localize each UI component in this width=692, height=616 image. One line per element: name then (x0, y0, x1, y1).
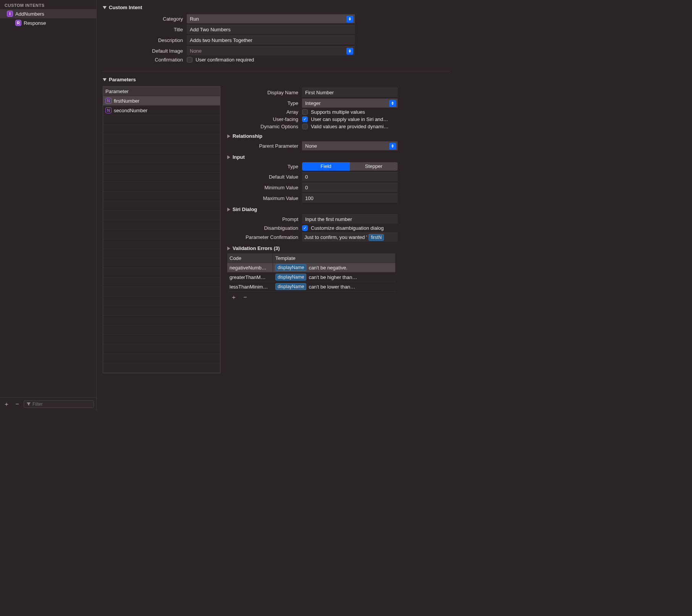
ve-template-cell: displayName can't be negative. (273, 263, 395, 272)
validation-errors-toolbar: ＋ − (227, 292, 395, 303)
add-validation-error-button[interactable]: ＋ (230, 293, 238, 302)
title-input[interactable] (187, 25, 355, 34)
parameter-row-empty[interactable] (103, 354, 220, 363)
parameters-header[interactable]: Parameters (103, 77, 450, 82)
parameter-row-empty[interactable] (103, 230, 220, 239)
add-button[interactable]: ＋ (2, 400, 11, 408)
parameter-row-empty[interactable] (103, 153, 220, 163)
remove-validation-error-button[interactable]: − (241, 293, 249, 302)
array-label: Array (227, 109, 298, 115)
display-name-label: Display Name (227, 90, 298, 95)
parameter-row-empty[interactable] (103, 316, 220, 325)
select-arrows-icon (346, 16, 353, 23)
relationship-subheader[interactable]: Relationship (227, 133, 450, 139)
custom-intent-section: Custom Intent Category Run Title Descrip… (103, 3, 450, 71)
input-type-label: Type (227, 164, 298, 169)
category-select[interactable]: Run (187, 14, 355, 23)
parameter-row[interactable]: N secondNumber (103, 106, 220, 115)
display-name-input[interactable] (302, 88, 398, 97)
minimum-value-input[interactable] (302, 183, 398, 192)
dynamic-options-checkbox[interactable] (302, 124, 308, 129)
sidebar-header: CUSTOM INTENTS (0, 0, 96, 9)
ve-template-cell: displayName can't be lower than… (273, 282, 395, 291)
title-label: Title (103, 27, 183, 32)
parameter-confirmation-input[interactable]: Just to confirm, you wanted ' firstN (302, 232, 398, 242)
parameter-row-empty[interactable] (103, 173, 220, 182)
filter-field[interactable] (24, 400, 94, 408)
parameter-row-empty[interactable] (103, 325, 220, 335)
input-subheader[interactable]: Input (227, 154, 450, 160)
parameter-row-empty[interactable] (103, 182, 220, 192)
custom-intent-header[interactable]: Custom Intent (103, 5, 450, 10)
default-value-input[interactable] (302, 172, 398, 181)
parameter-row-empty[interactable] (103, 201, 220, 211)
input-type-segmented[interactable]: Field Stepper (302, 162, 398, 171)
default-value-label: Default Value (227, 174, 298, 180)
validation-error-row[interactable]: greaterThanM… displayName can't be highe… (227, 273, 395, 282)
minimum-value-label: Minimum Value (227, 185, 298, 190)
user-facing-checkbox[interactable]: ✓ (302, 116, 308, 122)
sidebar-footer: ＋ − (0, 397, 96, 411)
parameter-row-empty[interactable] (103, 258, 220, 268)
remove-button[interactable]: − (13, 400, 21, 408)
parameter-row-empty[interactable] (103, 163, 220, 173)
parent-parameter-label: Parent Parameter (227, 143, 298, 149)
type-value: Integer (305, 100, 320, 106)
siri-dialog-subheader[interactable]: Siri Dialog (227, 206, 450, 212)
parameter-row-empty[interactable] (103, 192, 220, 201)
parameter-row-empty[interactable] (103, 306, 220, 316)
parameter-row-empty[interactable] (103, 363, 220, 373)
validation-error-row[interactable]: lessThanMinim… displayName can't be lowe… (227, 282, 395, 292)
user-facing-text: User can supply value in Siri and… (311, 116, 388, 122)
confirmation-checkbox[interactable] (187, 57, 192, 63)
ve-code-header[interactable]: Code (227, 253, 273, 263)
subhead-title: Relationship (233, 133, 262, 139)
select-arrows-icon (389, 143, 396, 150)
ve-template-cell: displayName can't be higher than… (273, 273, 395, 282)
parameter-row-empty[interactable] (103, 125, 220, 134)
sidebar-item-response[interactable]: R Response (0, 18, 96, 27)
parameter-row-empty[interactable] (103, 344, 220, 354)
disclosure-right-icon (227, 208, 230, 211)
parameter-row-empty[interactable] (103, 239, 220, 249)
maximum-value-input[interactable] (302, 194, 398, 203)
parameter-row-empty[interactable] (103, 144, 220, 153)
parameter-row-empty[interactable] (103, 297, 220, 306)
filter-input[interactable] (32, 402, 91, 407)
validation-error-row[interactable]: negativeNumb… displayName can't be negat… (227, 263, 395, 273)
dynamic-options-label: Dynamic Options (227, 124, 298, 129)
parameter-row-empty[interactable] (103, 335, 220, 344)
validation-errors-table: Code Template negativeNumb… displayName … (227, 253, 395, 303)
parameter-row[interactable]: N firstNumber (103, 96, 220, 106)
disclosure-down-icon (103, 6, 107, 9)
parameter-token: firstN (369, 234, 384, 241)
validation-errors-subheader[interactable]: Validation Errors (3) (227, 245, 450, 251)
disambiguation-checkbox[interactable]: ✓ (302, 225, 308, 231)
parameter-row-empty[interactable] (103, 134, 220, 144)
disclosure-right-icon (227, 155, 230, 159)
parameter-row-empty[interactable] (103, 115, 220, 125)
sidebar-item-addnumbers[interactable]: I AddNumbers (0, 9, 96, 18)
parameter-row-empty[interactable] (103, 249, 220, 258)
prompt-input[interactable] (302, 214, 398, 224)
default-image-select[interactable]: None (187, 46, 355, 55)
sidebar-list: I AddNumbers R Response (0, 9, 96, 397)
input-type-field[interactable]: Field (302, 162, 350, 171)
ve-template-suffix: can't be negative. (309, 265, 348, 271)
description-input[interactable] (187, 35, 355, 45)
ve-template-header[interactable]: Template (273, 253, 395, 263)
confirmation-label: Confirmation (103, 57, 183, 63)
input-type-stepper[interactable]: Stepper (350, 162, 398, 171)
parent-parameter-select[interactable]: None (302, 141, 398, 150)
select-arrows-icon (346, 48, 353, 55)
parameter-column-header[interactable]: Parameter (103, 87, 220, 96)
disclosure-right-icon (227, 247, 230, 250)
description-label: Description (103, 37, 183, 43)
type-select[interactable]: Integer (302, 98, 398, 108)
parameter-row-empty[interactable] (103, 220, 220, 230)
array-checkbox[interactable] (302, 109, 308, 115)
parameter-row-empty[interactable] (103, 277, 220, 287)
parameter-row-empty[interactable] (103, 211, 220, 220)
parameter-row-empty[interactable] (103, 268, 220, 277)
parameter-row-empty[interactable] (103, 287, 220, 297)
